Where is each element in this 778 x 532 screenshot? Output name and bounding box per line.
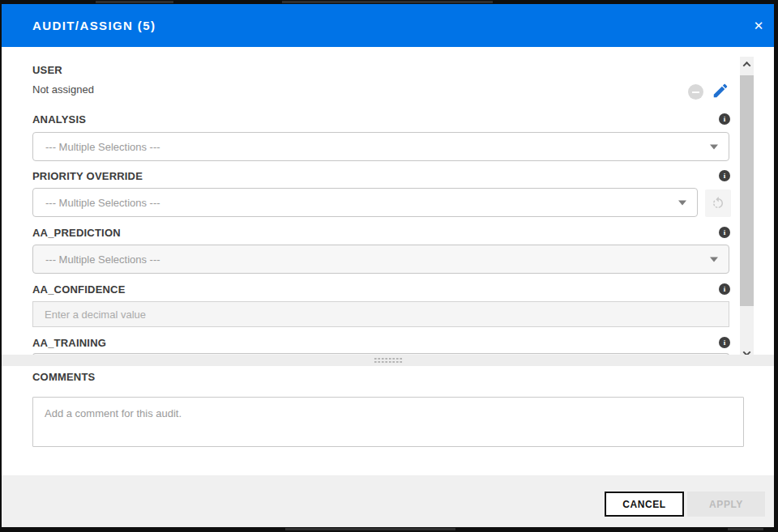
background-page-content xyxy=(282,1,493,3)
background-page-content xyxy=(285,528,455,530)
minus-icon xyxy=(692,92,699,93)
vertical-scrollbar[interactable] xyxy=(740,57,754,360)
screen: AUDIT/ASSIGN (5) ✕ USER Not assigned ANA… xyxy=(0,0,778,532)
priority-override-dropdown[interactable]: --- Multiple Selections --- xyxy=(32,188,698,217)
aa-prediction-info-icon[interactable]: i xyxy=(719,227,730,238)
background-page-content xyxy=(96,1,173,3)
close-icon[interactable]: ✕ xyxy=(748,15,769,36)
user-label: USER xyxy=(32,64,62,76)
panel-resize-handle[interactable] xyxy=(2,355,774,366)
scroll-up-icon[interactable] xyxy=(740,57,754,70)
priority-override-reset-button[interactable] xyxy=(705,189,731,217)
aa-confidence-input[interactable] xyxy=(32,301,729,327)
dialog-footer: CANCEL APPLY xyxy=(2,475,774,527)
comments-textarea[interactable] xyxy=(32,397,744,447)
scrollbar-thumb[interactable] xyxy=(740,75,754,306)
edit-user-icon[interactable] xyxy=(712,82,729,100)
pencil-icon xyxy=(712,82,729,100)
analysis-dropdown[interactable]: --- Multiple Selections --- xyxy=(32,132,729,161)
analysis-info-icon[interactable]: i xyxy=(719,113,730,125)
aa-prediction-label: AA_PREDICTION xyxy=(32,227,121,239)
aa-confidence-info-icon[interactable]: i xyxy=(719,283,730,295)
user-value: Not assigned xyxy=(32,83,94,96)
audit-assign-dialog: AUDIT/ASSIGN (5) ✕ USER Not assigned ANA… xyxy=(2,4,774,527)
dialog-header: AUDIT/ASSIGN (5) ✕ xyxy=(2,4,774,47)
background-page-content xyxy=(728,528,763,530)
chevron-up-icon xyxy=(743,61,751,69)
aa-training-info-icon[interactable]: i xyxy=(719,337,730,348)
undo-icon xyxy=(711,196,725,211)
drag-grip-icon xyxy=(374,357,403,364)
priority-override-dropdown-value: --- Multiple Selections --- xyxy=(45,197,160,209)
chevron-down-icon xyxy=(710,257,718,262)
priority-override-info-icon[interactable]: i xyxy=(719,170,730,181)
aa-prediction-dropdown-value: --- Multiple Selections --- xyxy=(45,253,160,266)
analysis-label: ANALYSIS xyxy=(32,113,86,126)
chevron-down-icon xyxy=(710,145,718,150)
cancel-button[interactable]: CANCEL xyxy=(605,492,684,517)
aa-prediction-dropdown[interactable]: --- Multiple Selections --- xyxy=(32,245,729,274)
dialog-title: AUDIT/ASSIGN (5) xyxy=(32,19,156,32)
chevron-down-icon xyxy=(678,201,686,206)
apply-button[interactable]: APPLY xyxy=(687,492,765,517)
remove-user-icon[interactable] xyxy=(688,84,703,100)
comments-label: COMMENTS xyxy=(32,371,95,383)
aa-training-label: AA_TRAINING xyxy=(32,337,106,349)
priority-override-label: PRIORITY OVERRIDE xyxy=(32,170,143,182)
aa-confidence-label: AA_CONFIDENCE xyxy=(32,283,126,296)
analysis-dropdown-value: --- Multiple Selections --- xyxy=(45,141,160,153)
